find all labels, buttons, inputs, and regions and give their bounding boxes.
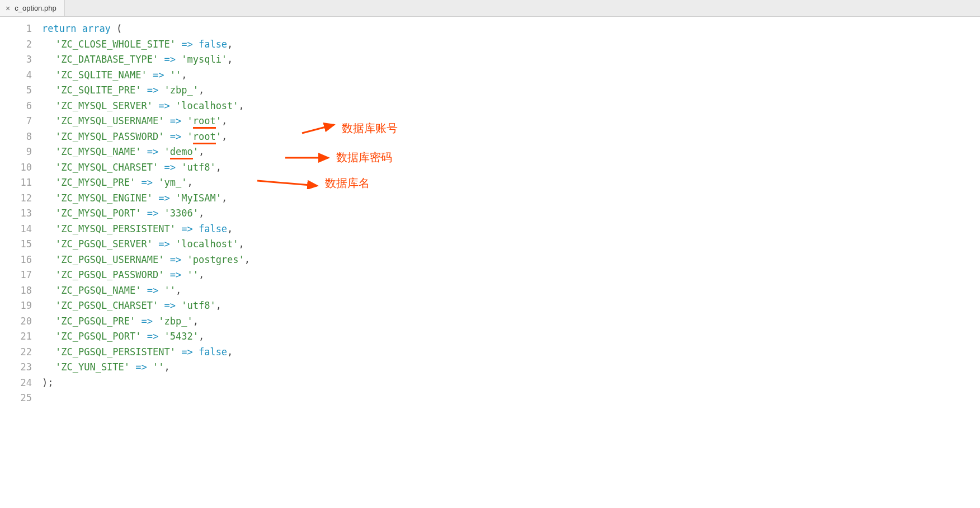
close-icon[interactable]: ×: [6, 4, 10, 13]
line-number: 12: [0, 191, 32, 206]
code-line: 'ZC_SQLITE_PRE' => 'zbp_',: [42, 83, 980, 98]
code-line: 'ZC_MYSQL_ENGINE' => 'MyISAM',: [42, 191, 980, 206]
code-line: 'ZC_SQLITE_NAME' => '',: [42, 68, 980, 83]
code-line: 'ZC_PGSQL_PORT' => '5432',: [42, 329, 980, 345]
code-line: 'ZC_MYSQL_NAME' => 'demo',: [42, 144, 980, 160]
editor[interactable]: 1234567891011121314151617181920212223242…: [0, 17, 980, 508]
tab-bar: × c_option.php: [0, 0, 980, 17]
line-number: 3: [0, 52, 32, 68]
line-number-gutter: 1234567891011121314151617181920212223242…: [0, 17, 42, 508]
code-line: 'ZC_MYSQL_PERSISTENT' => false,: [42, 222, 980, 237]
line-number: 9: [0, 144, 32, 160]
code-line: 'ZC_MYSQL_PORT' => '3306',: [42, 206, 980, 222]
code-line: 'ZC_CLOSE_WHOLE_SITE' => false,: [42, 37, 980, 53]
line-number: 7: [0, 114, 32, 129]
line-number: 1: [0, 21, 32, 37]
code-line: 'ZC_MYSQL_CHARSET' => 'utf8',: [42, 160, 980, 176]
code-line: 'ZC_PGSQL_SERVER' => 'localhost',: [42, 237, 980, 252]
line-number: 25: [0, 391, 32, 406]
line-number: 20: [0, 314, 32, 330]
code-line: );: [42, 375, 980, 391]
code-line: 'ZC_MYSQL_SERVER' => 'localhost',: [42, 98, 980, 114]
line-number: 5: [0, 83, 32, 98]
line-number: 16: [0, 252, 32, 268]
line-number: 15: [0, 237, 32, 252]
line-number: 24: [0, 375, 32, 391]
code-line: 'ZC_MYSQL_PASSWORD' => 'root',: [42, 129, 980, 145]
code-line: 'ZC_PGSQL_PASSWORD' => '',: [42, 267, 980, 283]
line-number: 4: [0, 68, 32, 83]
code-content: return array ('ZC_CLOSE_WHOLE_SITE' => f…: [42, 17, 980, 508]
line-number: 6: [0, 98, 32, 114]
code-line: 'ZC_PGSQL_PRE' => 'zbp_',: [42, 314, 980, 330]
code-line: 'ZC_DATABASE_TYPE' => 'mysqli',: [42, 52, 980, 68]
code-line: 'ZC_PGSQL_PERSISTENT' => false,: [42, 345, 980, 360]
line-number: 10: [0, 160, 32, 176]
line-number: 22: [0, 345, 32, 360]
line-number: 11: [0, 175, 32, 191]
line-number: 21: [0, 329, 32, 345]
code-line: return array (: [42, 21, 980, 37]
code-line: 'ZC_MYSQL_USERNAME' => 'root',: [42, 114, 980, 129]
line-number: 8: [0, 129, 32, 145]
code-line: 'ZC_PGSQL_NAME' => '',: [42, 283, 980, 299]
line-number: 14: [0, 222, 32, 237]
tab-filename: c_option.php: [15, 4, 56, 12]
line-number: 18: [0, 283, 32, 299]
code-line: 'ZC_PGSQL_CHARSET' => 'utf8',: [42, 298, 980, 314]
line-number: 19: [0, 298, 32, 314]
code-line: 'ZC_MYSQL_PRE' => 'ym_',: [42, 175, 980, 191]
line-number: 23: [0, 360, 32, 375]
line-number: 13: [0, 206, 32, 222]
code-line: 'ZC_PGSQL_USERNAME' => 'postgres',: [42, 252, 980, 268]
file-tab[interactable]: × c_option.php: [0, 0, 65, 16]
line-number: 17: [0, 267, 32, 283]
line-number: 2: [0, 37, 32, 53]
code-line: 'ZC_YUN_SITE' => '',: [42, 360, 980, 375]
